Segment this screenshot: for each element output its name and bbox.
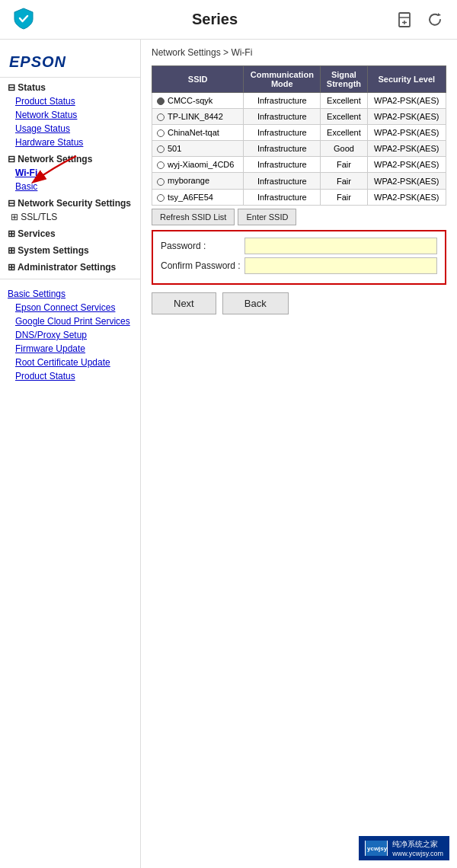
sidebar: EPSON ⊟ Status Product Status Network St… [0, 40, 141, 868]
sidebar-item-product-status[interactable]: Product Status [0, 94, 140, 108]
table-row[interactable]: CMCC-sqykInfrastructureExcellentWPA2-PSK… [152, 93, 446, 109]
security-cell: WPA2-PSK(AES) [367, 141, 446, 157]
sidebar-services-header[interactable]: ⊞ Services [0, 224, 140, 241]
radio-dot[interactable] [157, 161, 165, 169]
mode-cell: Infrastructure [244, 109, 321, 125]
radio-dot[interactable] [157, 97, 165, 105]
back-button[interactable]: Back [222, 292, 289, 314]
table-row[interactable]: ChinaNet-tqatInfrastructureExcellentWPA2… [152, 125, 446, 141]
strength-cell: Good [321, 141, 367, 157]
watermark: ycwjsy 纯净系统之家 www.ycwjsy.com [359, 836, 449, 860]
mode-cell: Infrastructure [244, 141, 321, 157]
security-cell: WPA2-PSK(AES) [367, 189, 446, 205]
ssid-cell[interactable]: CMCC-sqyk [152, 93, 244, 109]
table-row[interactable]: tsy_A6FE54InfrastructureFairWPA2-PSK(AES… [152, 189, 446, 205]
mode-cell: Infrastructure [244, 125, 321, 141]
sidebar-item-network-status[interactable]: Network Status [0, 108, 140, 122]
sidebar-admin-settings-header[interactable]: ⊞ Administrator Settings [0, 257, 140, 274]
ssid-cell[interactable]: 501 [152, 141, 244, 157]
strength-cell: Excellent [321, 125, 367, 141]
watermark-site: www.ycwjsy.com [392, 850, 443, 857]
sidebar-item-root-cert[interactable]: Root Certificate Update [0, 356, 140, 369]
security-cell: WPA2-PSK(AES) [367, 157, 446, 173]
radio-dot[interactable] [157, 113, 165, 121]
col-ssid: SSID [152, 66, 244, 93]
refresh-ssid-button[interactable]: Refresh SSID List [152, 209, 235, 225]
next-button[interactable]: Next [152, 292, 216, 314]
brand-logo: EPSON [0, 46, 140, 78]
enter-ssid-button[interactable]: Enter SSID [238, 209, 296, 225]
sidebar-item-google-cloud[interactable]: Google Cloud Print Services [0, 314, 140, 328]
ssid-cell[interactable]: myborange [152, 173, 244, 189]
radio-dot[interactable] [157, 178, 165, 186]
sidebar-item-usage-status[interactable]: Usage Status [0, 122, 140, 136]
sidebar-network-security-header: ⊟ Network Security Settings [0, 193, 140, 210]
password-input[interactable] [244, 238, 437, 254]
strength-cell: Fair [321, 189, 367, 205]
page-title: Series [192, 11, 238, 28]
watermark-logo: ycwjsy [365, 841, 388, 856]
table-row[interactable]: myborangeInfrastructureFairWPA2-PSK(AES) [152, 173, 446, 189]
top-bar: Series [0, 0, 457, 40]
sidebar-system-settings-header[interactable]: ⊞ System Settings [0, 241, 140, 257]
sidebar-status-header: ⊟ Status [0, 78, 140, 94]
action-row: Refresh SSID List Enter SSID [152, 209, 446, 225]
table-row[interactable]: wyj-Xiaomi_4CD6InfrastructureFairWPA2-PS… [152, 157, 446, 173]
sidebar-item-product-status-2[interactable]: Product Status [0, 369, 140, 383]
ssid-cell[interactable]: TP-LINK_8442 [152, 109, 244, 125]
col-comm-mode: CommunicationMode [244, 66, 321, 93]
mode-cell: Infrastructure [244, 189, 321, 205]
table-row[interactable]: TP-LINK_8442InfrastructureExcellentWPA2-… [152, 109, 446, 125]
main-container: EPSON ⊟ Status Product Status Network St… [0, 40, 457, 868]
sidebar-item-firmware[interactable]: Firmware Update [0, 342, 140, 356]
nav-buttons: Next Back [152, 292, 446, 314]
strength-cell: Fair [321, 173, 367, 189]
confirm-password-row: Confirm Password : [161, 257, 437, 274]
mode-cell: Infrastructure [244, 157, 321, 173]
security-cell: WPA2-PSK(AES) [367, 173, 446, 189]
radio-dot[interactable] [157, 145, 165, 153]
password-label: Password : [161, 241, 244, 251]
wifi-table: SSID CommunicationMode SignalStrength Se… [152, 65, 446, 206]
confirm-password-label: Confirm Password : [161, 260, 244, 271]
security-cell: WPA2-PSK(AES) [367, 109, 446, 125]
radio-dot[interactable] [157, 194, 165, 202]
sidebar-item-basic[interactable]: Basic [0, 180, 140, 193]
radio-dot[interactable] [157, 129, 165, 137]
table-row[interactable]: 501InfrastructureGoodWPA2-PSK(AES) [152, 141, 446, 157]
col-security: Security Level [367, 66, 446, 93]
strength-cell: Excellent [321, 109, 367, 125]
confirm-password-input[interactable] [244, 257, 437, 274]
sidebar-ssl-tls[interactable]: ⊞ SSL/TLS [0, 210, 140, 224]
password-row: Password : [161, 238, 437, 254]
sidebar-item-hardware-status[interactable]: Hardware Status [0, 136, 140, 149]
sidebar-item-epson-connect[interactable]: Epson Connect Services [0, 301, 140, 314]
sidebar-item-wifi[interactable]: Wi-Fi [0, 166, 140, 180]
ssid-cell[interactable]: wyj-Xiaomi_4CD6 [152, 157, 244, 173]
sidebar-network-settings-header: ⊟ Network Settings [0, 149, 140, 166]
watermark-brand: 纯净系统之家 [392, 839, 443, 850]
ssid-cell[interactable]: ChinaNet-tqat [152, 125, 244, 141]
shield-icon-top [12, 7, 35, 33]
content-area: Network Settings > Wi-Fi SSID Communicat… [141, 40, 457, 868]
watermark-text: 纯净系统之家 www.ycwjsy.com [392, 839, 443, 857]
svg-text:ycwjsy: ycwjsy [367, 845, 387, 852]
strength-cell: Fair [321, 157, 367, 173]
top-bar-icons [395, 10, 445, 30]
sidebar-basic-settings-header: Basic Settings [0, 284, 140, 301]
ssid-cell[interactable]: tsy_A6FE54 [152, 189, 244, 205]
mode-cell: Infrastructure [244, 173, 321, 189]
breadcrumb: Network Settings > Wi-Fi [152, 47, 446, 58]
refresh-icon[interactable] [425, 10, 445, 30]
security-cell: WPA2-PSK(AES) [367, 93, 446, 109]
bookmark-icon[interactable] [395, 10, 414, 30]
security-cell: WPA2-PSK(AES) [367, 125, 446, 141]
password-section: Password : Confirm Password : [152, 230, 446, 285]
sidebar-item-dns-proxy[interactable]: DNS/Proxy Setup [0, 328, 140, 342]
svg-rect-0 [399, 13, 410, 27]
strength-cell: Excellent [321, 93, 367, 109]
mode-cell: Infrastructure [244, 93, 321, 109]
col-signal: SignalStrength [321, 66, 367, 93]
